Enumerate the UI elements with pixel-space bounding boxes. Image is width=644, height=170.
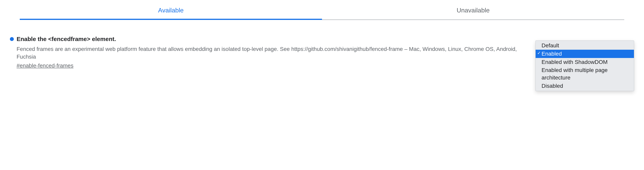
tab-unavailable[interactable]: Unavailable — [322, 4, 624, 19]
flag-entry: Enable the <fencedframe> element. Fenced… — [8, 36, 636, 91]
flag-info: Enable the <fencedframe> element. Fenced… — [10, 36, 528, 69]
tab-available[interactable]: Available — [20, 4, 322, 19]
modified-indicator-icon — [10, 37, 14, 41]
flag-hash-link[interactable]: #enable-fenced-frames — [16, 62, 74, 69]
tabs-bar: Available Unavailable — [20, 4, 624, 20]
dropdown-option[interactable]: Disabled — [536, 82, 634, 90]
flag-state-dropdown[interactable]: DefaultEnabledEnabled with ShadowDOMEnab… — [536, 40, 634, 91]
dropdown-option[interactable]: Default — [536, 41, 634, 50]
dropdown-option[interactable]: Enabled with multiple page architecture — [536, 66, 634, 82]
flag-description: Fenced frames are an experimental web pl… — [16, 45, 528, 61]
flag-title-line: Enable the <fencedframe> element. — [10, 36, 528, 42]
dropdown-option[interactable]: Enabled with ShadowDOM — [536, 58, 634, 66]
dropdown-option[interactable]: Enabled — [536, 50, 634, 58]
flag-title: Enable the <fencedframe> element. — [16, 36, 116, 42]
